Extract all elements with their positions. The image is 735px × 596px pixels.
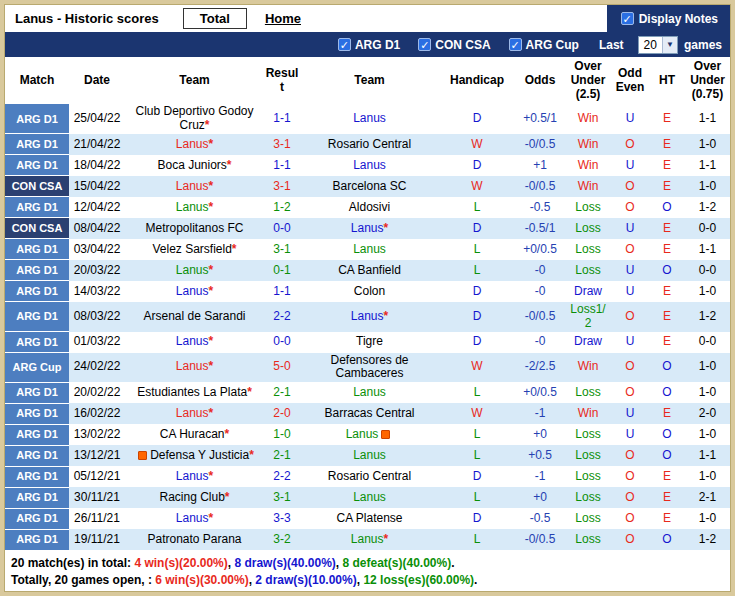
column-header: Result <box>264 57 300 104</box>
home-team-cell: Patronato Parana <box>125 529 264 550</box>
team-name[interactable]: Lanus <box>353 242 386 256</box>
league-badge: ARG D1 <box>5 487 69 508</box>
team-name[interactable]: Barcelona SC <box>332 179 406 193</box>
page: Lanus - Historic scores Total Home ✓ Dis… <box>0 0 735 596</box>
column-header: Odd Even <box>611 57 649 104</box>
team-name[interactable]: Velez Sarsfield <box>152 242 231 256</box>
team-name[interactable]: Tigre <box>356 334 383 348</box>
team-name[interactable]: Defensa Y Justicia <box>150 448 249 462</box>
handicap-odds-result: Win <box>565 134 611 155</box>
home-mark-asterisk: * <box>225 490 230 504</box>
league-badge: ARG D1 <box>5 382 69 403</box>
result-letter: L <box>439 487 515 508</box>
odd-even: O <box>649 424 685 445</box>
team-name[interactable]: Boca Juniors <box>157 158 226 172</box>
league-badge: ARG D1 <box>5 508 69 529</box>
team-name[interactable]: CA Banfield <box>338 263 401 277</box>
filter-con-csa: ✓CON CSA <box>418 38 490 52</box>
result-letter: D <box>439 218 515 239</box>
team-name[interactable]: Lanus <box>176 406 209 420</box>
team-name[interactable]: Lanus <box>351 309 384 323</box>
summary-segment: 4 win(s)(20.00%) <box>134 556 227 570</box>
team-name[interactable]: Rosario Central <box>328 469 411 483</box>
team-name[interactable]: Lanus <box>176 469 209 483</box>
over-under-25: U <box>611 403 649 424</box>
team-name[interactable]: Lanus <box>353 111 386 125</box>
team-name[interactable]: Lanus <box>353 385 386 399</box>
half-time-score: 0-0 <box>685 260 730 281</box>
handicap-value: -2/2.5 <box>515 353 565 383</box>
team-name[interactable]: Lanus <box>176 137 209 151</box>
summary-segment: games open, : <box>68 573 155 587</box>
filter-con-csa-checkbox[interactable]: ✓ <box>418 38 431 51</box>
match-date: 21/04/22 <box>69 134 125 155</box>
half-time-score: 1-2 <box>685 197 730 218</box>
filter-arg-d1-checkbox[interactable]: ✓ <box>338 38 351 51</box>
team-name[interactable]: Lanus <box>351 532 384 546</box>
team-name[interactable]: Aldosivi <box>349 200 390 214</box>
full-time-score: 2-1 <box>264 382 300 403</box>
display-notes-checkbox[interactable]: ✓ <box>621 12 634 25</box>
handicap-odds-result: Loss <box>565 529 611 550</box>
team-name[interactable]: Lanus <box>346 427 379 441</box>
home-team-cell: Club Deportivo Godoy Cruz* <box>125 104 264 134</box>
handicap-odds-result: Draw <box>565 281 611 302</box>
full-time-score: 1-0 <box>264 424 300 445</box>
team-name[interactable]: Lanus <box>176 359 209 373</box>
team-name[interactable]: Rosario Central <box>328 137 411 151</box>
full-time-score: 1-2 <box>264 197 300 218</box>
over-under-25: O <box>611 445 649 466</box>
team-name[interactable]: Lanus <box>353 490 386 504</box>
league-badge: ARG D1 <box>5 134 69 155</box>
summary-segment: , <box>244 590 251 592</box>
team-name[interactable]: Racing Club <box>159 490 224 504</box>
table-row: ARG Cup24/02/22Lanus*5-0Defensores de Ca… <box>5 353 730 383</box>
tab-home[interactable]: Home <box>265 11 301 26</box>
column-header: Date <box>69 57 125 104</box>
odd-even: E <box>649 134 685 155</box>
full-time-score: 1-1 <box>264 104 300 134</box>
team-name[interactable]: Arsenal de Sarandi <box>143 309 245 323</box>
team-name[interactable]: CA Huracan <box>160 427 225 441</box>
team-name[interactable]: Lanus <box>353 158 386 172</box>
result-letter: L <box>439 445 515 466</box>
home-team-cell: Lanus* <box>125 134 264 155</box>
team-name[interactable]: Barracas Central <box>324 406 414 420</box>
team-name[interactable]: Defensores de Cambaceres <box>330 353 408 381</box>
table-row: CON CSA15/04/22Lanus*3-1Barcelona SCW-0/… <box>5 176 730 197</box>
team-name[interactable]: Lanus <box>176 179 209 193</box>
league-badge: ARG D1 <box>5 529 69 550</box>
team-name[interactable]: Metropolitanos FC <box>145 221 243 235</box>
team-name[interactable]: CA Platense <box>336 511 402 525</box>
team-name[interactable]: Patronato Parana <box>147 532 241 546</box>
half-time-score: 1-0 <box>685 281 730 302</box>
home-team-cell: Estudiantes La Plata* <box>125 382 264 403</box>
league-badge: ARG D1 <box>5 281 69 302</box>
team-name[interactable]: Colon <box>354 284 385 298</box>
team-name[interactable]: Lanus <box>176 284 209 298</box>
filter-arg-cup-checkbox[interactable]: ✓ <box>509 38 522 51</box>
tab-total[interactable]: Total <box>183 8 247 29</box>
home-mark-asterisk: * <box>384 221 389 235</box>
handicap-value: -1 <box>515 466 565 487</box>
team-name[interactable]: Lanus <box>176 511 209 525</box>
home-mark-asterisk: * <box>232 242 237 256</box>
table-header: MatchDateTeamResultTeamHandicapOddsOver … <box>5 57 730 104</box>
team-name[interactable]: Lanus <box>176 200 209 214</box>
away-team-cell: Lanus <box>300 487 439 508</box>
team-name[interactable]: Lanus <box>353 448 386 462</box>
last-games-select[interactable]: 20 ▼ <box>638 36 678 54</box>
team-name[interactable]: Lanus <box>176 263 209 277</box>
team-name[interactable]: Club Deportivo Godoy Cruz <box>135 104 253 132</box>
team-name[interactable]: Lanus <box>351 221 384 235</box>
home-team-cell: Lanus* <box>125 260 264 281</box>
away-team-cell: Lanus <box>300 382 439 403</box>
full-time-score: 0-0 <box>264 218 300 239</box>
over-under-25: O <box>611 487 649 508</box>
orange-flag-icon <box>138 451 147 460</box>
result-letter: D <box>439 155 515 176</box>
team-name[interactable]: Lanus <box>176 334 209 348</box>
home-team-cell: Lanus* <box>125 281 264 302</box>
over-under-25: U <box>611 155 649 176</box>
team-name[interactable]: Estudiantes La Plata <box>137 385 247 399</box>
